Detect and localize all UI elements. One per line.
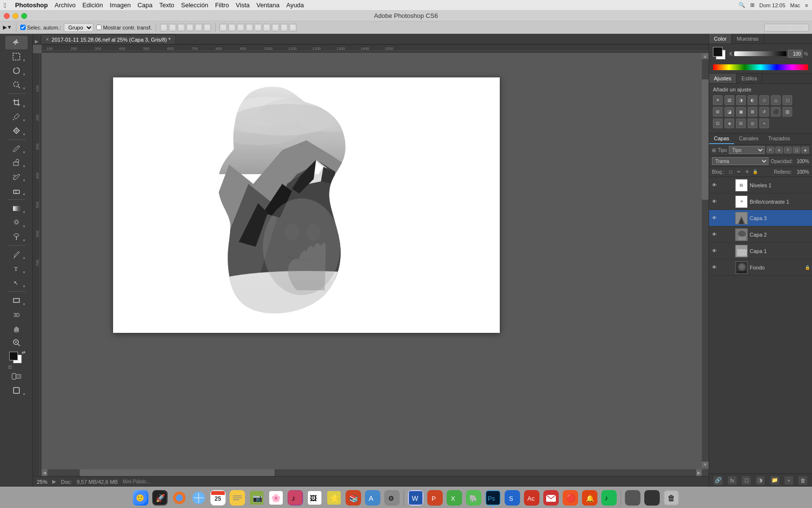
gradient-tool[interactable]: ▾ [5,202,28,215]
layer-visibility-capa3[interactable]: 👁 [711,215,718,222]
layer-item-fondo[interactable]: 👁 Fondo 🔒 [709,259,812,276]
marquee-tool[interactable]: ▾ [5,50,28,63]
scrollbar-thumb-vertical[interactable] [702,79,709,200]
apple-menu[interactable]:  [4,1,6,9]
distribute-spacing-v-icon[interactable]: ⬜ [280,24,288,31]
layer-item-capa2[interactable]: 👁 Capa 2 [709,226,812,243]
dock-skype[interactable]: S [504,489,521,507]
healing-tool[interactable]: ▾ [5,124,28,137]
fg-swatch-small[interactable] [713,47,723,57]
distribute-center-h-icon[interactable]: ⬜ [228,24,236,31]
dock-powerpoint[interactable]: P [426,489,444,507]
autoselect-checkbox[interactable] [20,25,26,30]
autoselect-checkbox-label[interactable]: Selec. autom.: [20,25,61,30]
menu-archivo[interactable]: Archivo [55,1,75,9]
dock-notifications[interactable]: 🔔 [581,489,598,507]
layer-item-brillo1[interactable]: 👁 ☀ Brillo/contraste 1 [709,194,812,210]
dock-spotify[interactable]: ♪ [600,489,618,507]
adjust-mixer-icon[interactable]: ▣ [736,107,746,117]
dock-vlc[interactable]: 🔴 [562,489,579,507]
tab-swatches[interactable]: Muestras [732,34,764,44]
tab-channels[interactable]: Canales [734,134,763,144]
dock-itunes[interactable]: ♪ [287,489,304,507]
layer-link-btn[interactable]: 🔗 [714,476,723,485]
maximize-window-button[interactable] [21,13,27,19]
align-middle-icon[interactable]: ⬜ [195,24,203,31]
canvas-scroll-area[interactable]: ▲ ▼ ◀ ▶ [42,53,709,476]
spotlight-icon[interactable]: 🔍 [739,2,745,8]
align-left-icon[interactable]: ⬜ [160,24,168,31]
distribute-bottom-icon[interactable]: ⬜ [263,24,271,31]
lock-position-icon[interactable]: ✛ [744,168,751,175]
k-value-input[interactable] [788,50,802,58]
dock-trash[interactable]: 🗑 [663,489,680,507]
canvas-area[interactable]: 100 200 300 400 500 600 700 800 900 1000… [33,45,709,476]
clone-stamp-tool[interactable]: ▾ [5,156,28,169]
menu-photoshop[interactable]: Photoshop [15,1,48,9]
distribute-right-icon[interactable]: ⬜ [237,24,245,31]
dock-photoshop[interactable]: Ps [484,489,502,507]
dock-finder[interactable]: 🙂 [132,489,149,507]
adjust-bw-icon[interactable]: ⊞ [713,107,723,117]
transform-controls-label[interactable]: Mostrar contr. transf. [96,25,152,30]
adjust-hsl-icon[interactable]: △ [771,95,781,105]
filter-toggle-shape[interactable]: ◻ [793,147,800,153]
aspects-button[interactable]: Aspectos esen. [764,24,809,31]
layer-delete-btn[interactable]: 🗑 [798,476,807,485]
adjust-gradient-fill-icon[interactable]: ⊟ [736,119,746,128]
tab-styles[interactable]: Estilos [737,74,762,83]
dock-photos[interactable]: 🌸 [267,489,285,507]
adjust-curves-icon[interactable]: ◑ [736,95,746,105]
distribute-spacing-icon[interactable]: ⬜ [272,24,279,31]
menu-ayuda[interactable]: Ayuda [286,1,304,9]
lasso-tool[interactable]: ▾ [5,64,28,77]
filter-toggle-sm[interactable]: ◈ [801,147,809,153]
dock-mail[interactable] [542,489,560,507]
menu-capa[interactable]: Capa [137,1,152,9]
menu-edicion[interactable]: Edición [82,1,103,9]
menu-filtro[interactable]: Filtro [215,1,229,9]
layer-style-btn[interactable]: fx [728,476,737,485]
lock-all-icon[interactable]: 🔒 [752,168,759,175]
adjust-pattern-icon[interactable]: ◎ [748,119,757,128]
layer-item-capa1[interactable]: 👁 Capa 1 [709,243,812,259]
pen-tool[interactable]: ▾ [5,248,28,261]
path-selection-tool[interactable]: ↖ ▾ [5,276,28,289]
dock-calendar[interactable]: 25 [209,489,227,507]
dock-safari[interactable] [190,489,207,507]
layer-visibility-fondo[interactable]: 👁 [711,264,718,271]
type-tool[interactable]: T ▾ [5,262,28,275]
adjust-solid-color-icon[interactable]: ◈ [725,119,734,128]
layer-visibility-brillo1[interactable]: 👁 [711,198,718,205]
close-window-button[interactable] [4,13,10,19]
hand-tool[interactable] [5,322,28,335]
lock-pixels-icon[interactable]: ✏ [736,168,742,175]
document-tab[interactable]: × 2017-01-11 15.28.06.nef al 25% (Capa 3… [41,34,176,44]
dodge-tool[interactable]: ▾ [5,230,28,243]
layer-item-niveles1[interactable]: 👁 ▤ Niveles 1 [709,177,812,194]
distribute-middle-icon[interactable]: ⬜ [254,24,262,31]
arrange-icon[interactable]: ⬜ [289,24,297,31]
layer-visibility-niveles1[interactable]: 👁 [711,182,718,189]
eyedropper-tool[interactable]: ▾ [5,110,28,123]
tab-trazados[interactable]: Trazados [763,134,795,144]
adjust-color-balance-icon[interactable]: ◻ [783,95,792,105]
blend-mode-select[interactable]: Trama [712,157,768,165]
dock-acrobat[interactable]: Ac [523,489,540,507]
dock-sysprefs[interactable]: ⚙ [383,489,401,507]
adjust-brightness-icon[interactable]: ☀ [713,95,723,105]
dock-word[interactable]: W [407,489,424,507]
dock-star[interactable]: ⭐ [325,489,343,507]
dock-ibooks[interactable]: 📚 [345,489,362,507]
adjust-invert-icon[interactable]: ⊡ [713,119,723,128]
default-colors-icon[interactable]: ◫ [8,365,12,369]
dock-launchpad[interactable]: 🚀 [151,489,169,507]
swap-colors-icon[interactable]: ⇄ [22,350,26,355]
color-spectrum-bar[interactable] [713,64,808,70]
adjust-posterize-icon[interactable]: ⊠ [748,107,757,117]
distribute-left-icon[interactable]: ⬜ [219,24,227,31]
scrollbar-right-arrow[interactable]: ▶ [696,469,702,476]
screen-mode-tool[interactable]: ▾ [5,384,28,397]
menu-ventana[interactable]: Ventana [256,1,279,9]
zoom-tool[interactable] [5,336,28,349]
